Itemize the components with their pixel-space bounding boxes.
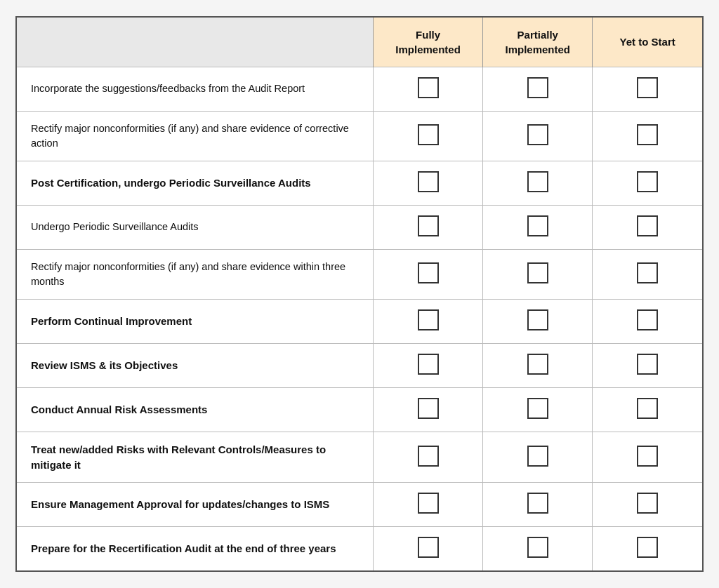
row-label: Rectify major nonconformities (if any) a… xyxy=(17,249,374,299)
checkbox-box[interactable] xyxy=(637,77,658,98)
checkbox-box[interactable] xyxy=(527,262,548,283)
checkbox-box[interactable] xyxy=(418,171,439,192)
checkbox-box[interactable] xyxy=(637,493,658,514)
row-label: Undergo Periodic Surveillance Audits xyxy=(17,205,374,249)
checkbox-box[interactable] xyxy=(418,262,439,283)
table-row: Ensure Management Approval for updates/c… xyxy=(17,483,702,527)
checkbox-box[interactable] xyxy=(637,354,658,375)
checkbox-box[interactable] xyxy=(418,398,439,419)
checkbox-cell[interactable] xyxy=(593,299,702,343)
checkbox-cell[interactable] xyxy=(483,527,593,571)
table-row: Perform Continual Improvement xyxy=(17,299,702,343)
checkbox-box[interactable] xyxy=(418,537,439,558)
checkbox-box[interactable] xyxy=(527,537,548,558)
table-row: Prepare for the Recertification Audit at… xyxy=(17,527,702,571)
checkbox-cell[interactable] xyxy=(374,387,483,432)
header-col3: Yet to Start xyxy=(593,18,702,67)
checkbox-box[interactable] xyxy=(527,398,548,419)
checkbox-box[interactable] xyxy=(527,354,548,375)
checkbox-box[interactable] xyxy=(527,171,548,192)
checkbox-cell[interactable] xyxy=(374,161,483,205)
checkbox-box[interactable] xyxy=(527,309,548,330)
checkbox-cell[interactable] xyxy=(483,387,593,432)
table-row: Treat new/added Risks with Relevant Cont… xyxy=(17,432,702,483)
row-label: Post Certification, undergo Periodic Sur… xyxy=(17,161,374,205)
checkbox-cell[interactable] xyxy=(374,67,483,111)
table-row: Undergo Periodic Surveillance Audits xyxy=(17,205,702,249)
row-label: Perform Continual Improvement xyxy=(17,299,374,343)
checkbox-cell[interactable] xyxy=(374,205,483,249)
checkbox-box[interactable] xyxy=(418,493,439,514)
checkbox-box[interactable] xyxy=(637,309,658,330)
row-label: Conduct Annual Risk Assessments xyxy=(17,387,374,432)
checkbox-cell[interactable] xyxy=(374,483,483,527)
checkbox-cell[interactable] xyxy=(593,387,702,432)
checkbox-box[interactable] xyxy=(418,309,439,330)
checkbox-cell[interactable] xyxy=(593,483,702,527)
checkbox-cell[interactable] xyxy=(483,205,593,249)
checkbox-box[interactable] xyxy=(418,77,439,98)
row-label: Incorporate the suggestions/feedbacks fr… xyxy=(17,67,374,111)
checkbox-cell[interactable] xyxy=(374,299,483,343)
table-row: Incorporate the suggestions/feedbacks fr… xyxy=(17,67,702,111)
checkbox-cell[interactable] xyxy=(593,111,702,161)
checkbox-box[interactable] xyxy=(527,493,548,514)
checkbox-box[interactable] xyxy=(527,215,548,236)
row-label: Treat new/added Risks with Relevant Cont… xyxy=(17,432,374,483)
row-label: Rectify major nonconformities (if any) a… xyxy=(17,111,374,161)
checkbox-box[interactable] xyxy=(637,537,658,558)
row-label: Review ISMS & its Objectives xyxy=(17,343,374,387)
checkbox-cell[interactable] xyxy=(374,432,483,483)
checkbox-cell[interactable] xyxy=(483,483,593,527)
checkbox-box[interactable] xyxy=(637,124,658,145)
checkbox-cell[interactable] xyxy=(593,205,702,249)
checkbox-box[interactable] xyxy=(418,354,439,375)
checkbox-box[interactable] xyxy=(637,262,658,283)
checkbox-cell[interactable] xyxy=(483,111,593,161)
row-label: Ensure Management Approval for updates/c… xyxy=(17,483,374,527)
checkbox-cell[interactable] xyxy=(593,527,702,571)
checkbox-box[interactable] xyxy=(418,124,439,145)
checkbox-cell[interactable] xyxy=(593,432,702,483)
checkbox-cell[interactable] xyxy=(483,67,593,111)
checkbox-box[interactable] xyxy=(637,398,658,419)
checkbox-box[interactable] xyxy=(637,446,658,467)
checkbox-box[interactable] xyxy=(637,215,658,236)
checkbox-cell[interactable] xyxy=(593,249,702,299)
table-row: Rectify major nonconformities (if any) a… xyxy=(17,111,702,161)
checkbox-cell[interactable] xyxy=(483,432,593,483)
checkbox-cell[interactable] xyxy=(374,527,483,571)
header-col0 xyxy=(17,18,374,67)
checkbox-cell[interactable] xyxy=(374,343,483,387)
checkbox-cell[interactable] xyxy=(483,249,593,299)
checkbox-box[interactable] xyxy=(637,171,658,192)
checkbox-cell[interactable] xyxy=(374,111,483,161)
checkbox-box[interactable] xyxy=(527,124,548,145)
checkbox-cell[interactable] xyxy=(593,343,702,387)
table-row: Review ISMS & its Objectives xyxy=(17,343,702,387)
table-row: Rectify major nonconformities (if any) a… xyxy=(17,249,702,299)
checkbox-box[interactable] xyxy=(527,446,548,467)
checkbox-cell[interactable] xyxy=(593,67,702,111)
checkbox-cell[interactable] xyxy=(483,299,593,343)
checkbox-cell[interactable] xyxy=(483,343,593,387)
table-row: Post Certification, undergo Periodic Sur… xyxy=(17,161,702,205)
checkbox-box[interactable] xyxy=(418,215,439,236)
table-row: Conduct Annual Risk Assessments xyxy=(17,387,702,432)
checkbox-cell[interactable] xyxy=(483,161,593,205)
checkbox-cell[interactable] xyxy=(593,161,702,205)
checkbox-box[interactable] xyxy=(527,77,548,98)
header-col1: FullyImplemented xyxy=(374,18,483,67)
checkbox-box[interactable] xyxy=(418,446,439,467)
row-label: Prepare for the Recertification Audit at… xyxy=(17,527,374,571)
main-table-container: FullyImplemented PartiallyImplemented Ye… xyxy=(15,16,704,573)
header-col2: PartiallyImplemented xyxy=(483,18,593,67)
checkbox-cell[interactable] xyxy=(374,249,483,299)
